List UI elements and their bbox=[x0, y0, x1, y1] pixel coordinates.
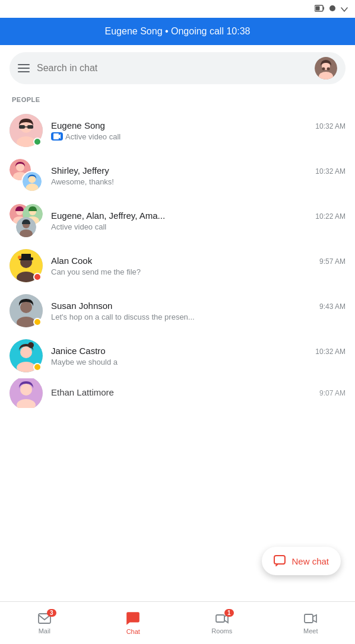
chat-item-janice-castro[interactable]: Janice Castro 10:32 AM Maybe we should a bbox=[0, 333, 355, 378]
user-avatar[interactable] bbox=[315, 57, 337, 79]
avatar-wrap bbox=[9, 249, 43, 282]
svg-point-44 bbox=[20, 384, 32, 396]
svg-rect-12 bbox=[19, 125, 25, 129]
chat-time: 10:32 AM bbox=[315, 122, 346, 130]
search-bar bbox=[9, 52, 346, 84]
chat-content: Susan Johnson 9:43 AM Let's hop on a cal… bbox=[51, 301, 346, 321]
chat-preview: Maybe we should a bbox=[51, 358, 346, 366]
nav-item-rooms[interactable]: 1 Rooms bbox=[178, 602, 267, 644]
chat-content: Eugene, Alan, Jeffrey, Ama... 10:22 AM A… bbox=[51, 211, 346, 231]
chat-name: Shirley, Jeffery bbox=[51, 165, 109, 176]
chat-preview: Let's hop on a call to discuss the prese… bbox=[51, 313, 346, 321]
svg-point-37 bbox=[20, 301, 32, 313]
call-banner[interactable]: Eugene Song • Ongoing call 10:38 bbox=[0, 18, 355, 45]
menu-icon[interactable] bbox=[18, 64, 30, 72]
chat-item-alan-cook[interactable]: Alan Cook 9:57 AM Can you send me the fi… bbox=[0, 243, 355, 288]
signal-circle-icon bbox=[329, 4, 336, 14]
svg-point-3 bbox=[329, 5, 335, 11]
nav-item-chat[interactable]: Chat bbox=[89, 602, 178, 644]
chat-content: Janice Castro 10:32 AM Maybe we should a bbox=[51, 346, 346, 366]
avatar-wrap bbox=[9, 378, 43, 408]
chat-name: Eugene Song bbox=[51, 120, 105, 130]
nav-item-meet[interactable]: Meet bbox=[267, 602, 356, 644]
status-away-dot bbox=[33, 318, 42, 326]
battery-icon bbox=[315, 4, 324, 14]
svg-rect-48 bbox=[216, 615, 224, 622]
avatar-wrap bbox=[9, 159, 43, 192]
dropdown-icon bbox=[341, 4, 348, 14]
chat-time: 9:57 AM bbox=[319, 257, 346, 266]
avatar-group bbox=[9, 159, 43, 192]
status-away-dot bbox=[33, 363, 42, 371]
video-call-badge bbox=[51, 132, 63, 141]
status-bar bbox=[0, 0, 355, 18]
svg-rect-34 bbox=[21, 254, 31, 259]
meet-icon bbox=[303, 611, 318, 626]
nav-item-mail[interactable]: 3 Mail bbox=[0, 602, 89, 644]
meet-icon-wrap bbox=[303, 611, 318, 626]
rooms-icon-wrap: 1 bbox=[215, 611, 229, 626]
chat-preview: Can you send me the file? bbox=[51, 267, 346, 276]
avatar-wrap bbox=[9, 339, 43, 372]
chat-preview: Awesome, thanks! bbox=[51, 177, 346, 186]
chat-time: 10:32 AM bbox=[315, 347, 346, 356]
svg-rect-46 bbox=[274, 556, 285, 564]
svg-point-7 bbox=[322, 68, 325, 71]
chat-name: Alan Cook bbox=[51, 256, 92, 266]
people-section-header: PEOPLE bbox=[0, 91, 355, 106]
svg-rect-2 bbox=[316, 7, 320, 11]
svg-point-35 bbox=[18, 256, 21, 259]
chat-content: Ethan Lattimore 9:07 AM bbox=[51, 387, 346, 399]
chat-icon bbox=[274, 555, 286, 567]
svg-point-40 bbox=[20, 346, 32, 358]
status-online-dot bbox=[33, 138, 42, 146]
chat-name: Janice Castro bbox=[51, 346, 106, 356]
chat-item-eugene-song[interactable]: Eugene Song 10:32 AM Active video call bbox=[0, 108, 355, 153]
chat-preview: Active video call bbox=[51, 222, 346, 231]
chat-item-shirley-jeffery[interactable]: Shirley, Jeffery 10:32 AM Awesome, thank… bbox=[0, 153, 355, 198]
chat-item-group-call[interactable]: Eugene, Alan, Jeffrey, Ama... 10:22 AM A… bbox=[0, 198, 355, 243]
chat-icon-wrap bbox=[125, 611, 141, 626]
avatar-wrap bbox=[9, 204, 43, 237]
chat-time: 10:22 AM bbox=[315, 212, 346, 221]
chat-item-susan-johnson[interactable]: Susan Johnson 9:43 AM Let's hop on a cal… bbox=[0, 288, 355, 333]
chat-name: Ethan Lattimore bbox=[51, 387, 114, 397]
nav-label-mail: Mail bbox=[39, 627, 50, 635]
mail-badge: 3 bbox=[47, 609, 56, 617]
chat-name: Eugene, Alan, Jeffrey, Ama... bbox=[51, 211, 165, 221]
chat-time: 9:07 AM bbox=[319, 389, 346, 397]
nav-label-meet: Meet bbox=[303, 627, 318, 635]
avatar-wrap bbox=[9, 114, 43, 147]
search-input[interactable] bbox=[37, 63, 308, 74]
svg-rect-13 bbox=[27, 125, 33, 129]
chat-content: Alan Cook 9:57 AM Can you send me the fi… bbox=[51, 256, 346, 276]
avatar bbox=[9, 378, 43, 408]
chat-content: Shirley, Jeffery 10:32 AM Awesome, thank… bbox=[51, 165, 346, 186]
chat-active-icon bbox=[125, 611, 141, 626]
chat-time: 9:43 AM bbox=[319, 302, 346, 311]
chat-content: Eugene Song 10:32 AM Active video call bbox=[51, 120, 346, 141]
bottom-nav: 3 Mail Chat 1 Rooms Meet bbox=[0, 601, 355, 644]
svg-point-42 bbox=[28, 342, 34, 348]
svg-rect-49 bbox=[305, 614, 313, 623]
chat-item-ethan-lattimore[interactable]: Ethan Lattimore 9:07 AM bbox=[0, 378, 355, 408]
status-busy-dot bbox=[33, 273, 42, 281]
new-chat-label: New chat bbox=[291, 556, 329, 566]
nav-label-rooms: Rooms bbox=[211, 627, 232, 635]
nav-label-chat: Chat bbox=[126, 628, 140, 635]
avatar-wrap bbox=[9, 294, 43, 327]
fab-container: New chat bbox=[262, 547, 341, 575]
svg-rect-1 bbox=[324, 7, 325, 10]
chat-list: Eugene Song 10:32 AM Active video call bbox=[0, 106, 355, 410]
new-chat-fab[interactable]: New chat bbox=[262, 547, 341, 575]
mail-icon-wrap: 3 bbox=[37, 611, 52, 626]
rooms-badge: 1 bbox=[224, 609, 234, 617]
svg-point-8 bbox=[327, 68, 330, 71]
avatar-group3 bbox=[9, 204, 43, 237]
chat-time: 10:32 AM bbox=[315, 167, 346, 176]
chat-name: Susan Johnson bbox=[51, 301, 112, 311]
chat-preview: Active video call bbox=[51, 132, 346, 141]
